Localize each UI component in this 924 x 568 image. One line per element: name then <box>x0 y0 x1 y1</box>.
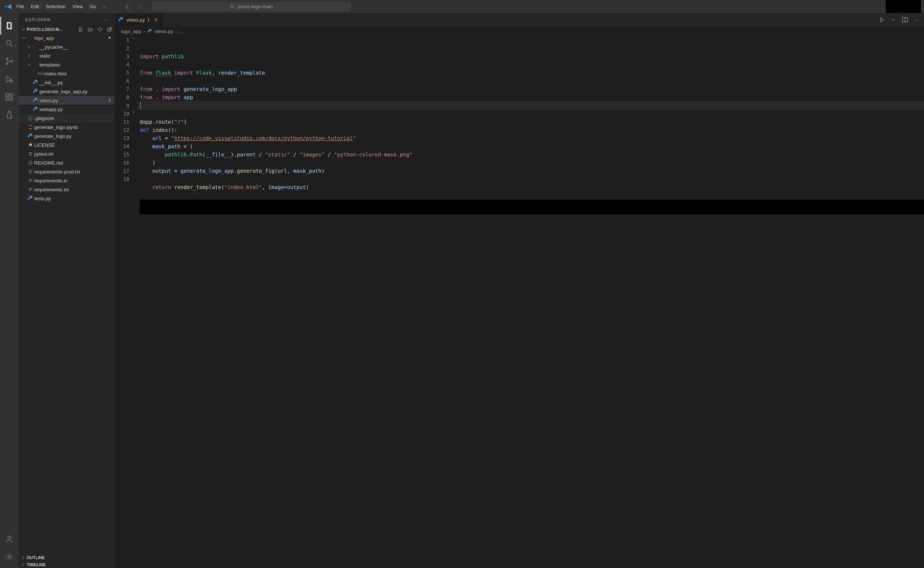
new-file-icon[interactable] <box>78 27 83 32</box>
code-line-9[interactable]: @app.route("/") <box>138 118 924 126</box>
nav-back-icon[interactable] <box>124 4 130 10</box>
code-line-15[interactable]: output = generate_logo_app.generate_fig(… <box>138 167 924 175</box>
code-line-8[interactable] <box>138 110 924 118</box>
run-icon[interactable] <box>879 17 885 23</box>
svg-point-4 <box>11 60 12 62</box>
menu-view[interactable]: View <box>70 2 86 11</box>
editor-more-icon[interactable]: ··· <box>915 17 919 23</box>
command-center-label: pvscc-logo-main <box>237 4 273 9</box>
code-line-5[interactable]: from . import generate_logo_app <box>138 85 924 93</box>
menu-more-icon[interactable]: ··· <box>100 2 110 11</box>
tree-item-label: requirements.in <box>34 178 68 184</box>
code-line-18[interactable] <box>138 191 924 199</box>
svg-point-3 <box>6 63 8 65</box>
code-line-4[interactable] <box>138 77 924 85</box>
file-generate-logo-py[interactable]: generate_logo.py <box>18 131 115 140</box>
code-line-2[interactable] <box>138 60 924 69</box>
file-pytest-ini[interactable]: pytest.ini <box>18 150 115 158</box>
activitybar <box>0 13 18 568</box>
file-requirements-in[interactable]: requirements.in <box>18 176 115 185</box>
chevron-icon <box>21 36 27 40</box>
activity-settings-icon[interactable] <box>0 548 18 566</box>
code-line-3[interactable]: from flask import Flask, render_template <box>138 69 924 77</box>
activity-explorer-icon[interactable] <box>0 17 18 35</box>
fold-icon[interactable] <box>132 36 136 41</box>
code-line-1[interactable]: import pathlib <box>138 52 924 60</box>
ipynb-file-icon <box>27 124 34 130</box>
tree-item-label: webapp.py <box>39 107 63 112</box>
explorer-header: EXPLORER ··· <box>18 13 115 26</box>
file-tests-py[interactable]: tests.py <box>18 194 115 203</box>
folder-static[interactable]: static <box>18 51 115 60</box>
code-line-7[interactable] <box>138 101 924 110</box>
menu-go[interactable]: Go <box>86 2 99 11</box>
chevron-icon <box>26 53 32 58</box>
py-file-icon <box>27 195 34 201</box>
folder--pycache-[interactable]: __pycache__ <box>18 42 115 51</box>
breadcrumb-file[interactable]: views.py <box>154 29 173 34</box>
code-content[interactable]: import pathlib from flask import Flask, … <box>138 36 924 568</box>
explorer-more-icon[interactable]: ··· <box>103 17 108 22</box>
command-center[interactable]: pvscc-logo-main <box>152 2 351 12</box>
tab-views-py[interactable]: views.py 1 <box>115 13 163 26</box>
svg-point-11 <box>8 556 11 558</box>
run-dropdown-icon[interactable] <box>892 18 895 21</box>
refresh-icon[interactable] <box>97 27 103 32</box>
file-generate-logo-app-py[interactable]: generate_logo_app.py <box>18 87 115 96</box>
activity-source-control-icon[interactable] <box>0 52 18 70</box>
chevron-icon <box>26 62 32 67</box>
git-file-icon <box>27 116 34 121</box>
activity-search-icon[interactable] <box>0 35 18 52</box>
menu-file[interactable]: File <box>14 2 27 11</box>
code-line-16[interactable] <box>138 175 924 183</box>
activity-extensions-icon[interactable] <box>0 88 18 106</box>
menu-edit[interactable]: Edit <box>28 2 42 11</box>
breadcrumb-folder[interactable]: logo_app <box>121 29 141 34</box>
nav-forward-icon[interactable] <box>137 4 143 10</box>
code-line-6[interactable]: from . import app <box>138 93 924 101</box>
file-license[interactable]: LICENSE <box>18 140 115 150</box>
txt-file-icon <box>27 169 34 174</box>
activity-testing-icon[interactable] <box>0 106 18 124</box>
collapse-all-icon[interactable] <box>107 27 112 32</box>
file-index-html[interactable]: index.html <box>18 69 115 78</box>
code-line-14[interactable]: ) <box>138 159 924 167</box>
tree-item-label: requirements-prod.txt <box>34 169 80 175</box>
file-requirements-txt[interactable]: requirements.txt <box>18 185 115 194</box>
code-line-17[interactable]: return render_template("index.html", ima… <box>138 183 924 191</box>
chevron-icon <box>26 45 32 49</box>
split-editor-icon[interactable] <box>902 17 908 23</box>
folder-templates[interactable]: templates <box>18 60 115 69</box>
file--gitignore[interactable]: .gitignore <box>18 114 115 122</box>
activity-run-debug-icon[interactable] <box>0 70 18 88</box>
code-line-12[interactable]: mask_path = ( <box>138 142 924 150</box>
code-line-10[interactable]: def index(): <box>138 126 924 134</box>
lic-file-icon <box>27 142 34 148</box>
file--init-py[interactable]: __init__.py <box>18 78 115 87</box>
vscode-logo-icon <box>3 3 14 10</box>
new-folder-icon[interactable] <box>88 27 93 32</box>
file-readme-md[interactable]: README.md <box>18 158 115 167</box>
activity-accounts-icon[interactable] <box>0 530 18 548</box>
code-editor[interactable]: 123456789101112131415161718 import pathl… <box>115 36 924 568</box>
tree-item-label: README.md <box>34 160 63 166</box>
svg-point-1 <box>6 41 11 45</box>
folder-logo-app[interactable]: logo_app• <box>18 33 115 42</box>
file-generate-logo-ipynb[interactable]: generate_logo.ipynb <box>18 122 115 131</box>
tab-label: views.py <box>126 17 145 23</box>
outline-section[interactable]: OUTLINE <box>18 554 115 561</box>
file-webapp-py[interactable]: webapp.py <box>18 105 115 114</box>
file-views-py[interactable]: views.py1 <box>18 96 115 105</box>
timeline-section[interactable]: TIMELINE <box>18 561 115 568</box>
breadcrumb-more[interactable]: ... <box>179 29 183 34</box>
menu-selection[interactable]: Selection <box>43 2 68 11</box>
code-line-13[interactable]: pathlib.Path(__file__).parent / "static"… <box>138 150 924 159</box>
tree-item-label: generate_logo.py <box>34 133 71 139</box>
project-header[interactable]: PVSCC-LOGO-M... <box>18 26 115 33</box>
file-requirements-prod-txt[interactable]: requirements-prod.txt <box>18 167 115 176</box>
code-line-11[interactable]: url = "https://code.visualstudio.com/doc… <box>138 134 924 142</box>
tree-item-label: tests.py <box>34 196 51 201</box>
breadcrumb[interactable]: logo_app › views.py › ... <box>115 26 924 36</box>
fold-icon[interactable] <box>132 110 136 115</box>
tab-close-icon[interactable] <box>154 17 159 22</box>
